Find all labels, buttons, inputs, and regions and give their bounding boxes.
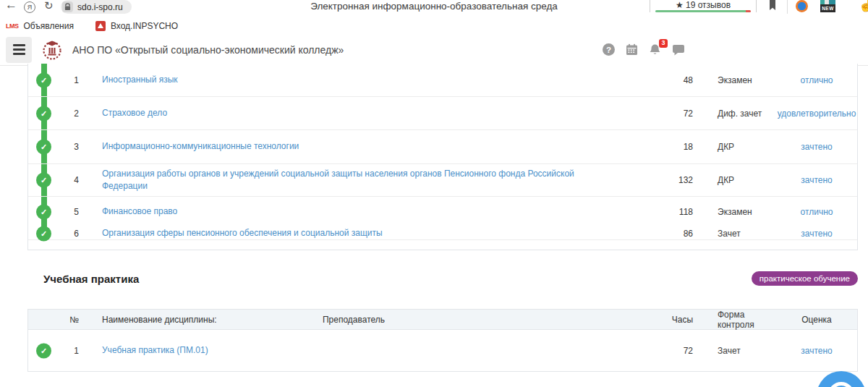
completed-check-icon: ✓ — [36, 140, 51, 155]
notifications-bell-icon[interactable]: 3 — [649, 43, 661, 56]
table-row: ✓ 1 Иностранный язык 48 Экзамен отлично — [28, 64, 857, 97]
table-row: ✓ 1 Учебная практика (ПМ.01) 72 Зачет за… — [28, 330, 857, 372]
url-text: sdo.i-spo.ru — [77, 2, 123, 12]
help-icon[interactable]: ? — [603, 43, 615, 56]
section-title: Учебная практика — [43, 273, 139, 285]
college-name: АНО ПО «Открытый социально-экономический… — [72, 44, 344, 56]
notification-count-badge: 3 — [659, 39, 668, 48]
reviews-rating-bar — [655, 10, 751, 12]
hours-value: 48 — [650, 75, 693, 85]
completed-check-icon: ✓ — [36, 72, 51, 88]
row-number: 6 — [57, 229, 79, 239]
refresh-icon[interactable]: ↻ — [44, 0, 54, 12]
control-form: Зачет — [693, 229, 776, 239]
chrome-separator — [787, 0, 788, 14]
discipline-link[interactable]: Страховое дело — [102, 107, 167, 119]
grade-link[interactable]: зачтено — [801, 142, 833, 152]
col-teacher: Преподаватель — [252, 315, 455, 325]
control-form: ДКР — [693, 142, 776, 152]
yandex-icon[interactable]: Я — [24, 1, 35, 13]
lms-favicon: LMS — [6, 22, 19, 30]
table-row: ✓ 6 Организация сферы пенсионного обеспе… — [28, 227, 857, 240]
address-bar[interactable]: sdo.i-spo.ru — [61, 0, 132, 14]
grade-link[interactable]: отлично — [801, 207, 833, 217]
browser-chrome: ← Я ↻ sdo.i-spo.ru Электронная информаци… — [0, 0, 868, 17]
site-reviews-button[interactable]: ★ 19 отзывов — [650, 0, 757, 12]
bookmark-announcements[interactable]: LMS Объявления — [6, 21, 74, 31]
app-header: АНО ПО «Открытый социально-экономический… — [0, 34, 868, 66]
chat-widget-button[interactable] — [817, 371, 866, 387]
hours-value: 132 — [650, 175, 693, 185]
grade-link[interactable]: отлично — [801, 75, 833, 85]
header-icons: ? 3 — [603, 34, 685, 65]
control-form: Зачет — [693, 346, 776, 356]
col-number: № — [57, 315, 79, 325]
new-badge: NEW — [820, 4, 835, 12]
hand-cursor-icon[interactable]: ☝ — [859, 0, 868, 12]
hours-value: 72 — [650, 346, 693, 356]
discipline-link[interactable]: Информационно-коммуникационные технологи… — [102, 140, 299, 153]
bookmark-label: Вход.INPSYCHO — [111, 21, 178, 31]
table-row: ✓ 4 Организация работы органов и учрежде… — [28, 164, 857, 197]
hours-value: 18 — [650, 142, 693, 152]
table-header-row: № Наименование дисциплины: Преподаватель… — [28, 310, 857, 330]
crest-favicon — [95, 21, 106, 31]
reviews-label: ★ 19 отзывов — [650, 0, 756, 10]
discipline-link[interactable]: Организация работы органов и учреждений … — [102, 168, 594, 193]
completed-check-icon: ✓ — [36, 226, 51, 241]
chat-bubble-icon — [828, 382, 854, 387]
hours-value: 118 — [650, 207, 693, 217]
bookmark-inpsycho-login[interactable]: Вход.INPSYCHO — [95, 21, 178, 31]
completed-check-icon: ✓ — [36, 106, 51, 121]
practice-table: № Наименование дисциплины: Преподаватель… — [27, 309, 858, 372]
grade-link[interactable]: зачтено — [801, 346, 833, 356]
col-hours: Часы — [650, 315, 693, 325]
bookmark-flag-icon[interactable] — [768, 0, 777, 14]
hours-value: 72 — [650, 109, 693, 119]
messages-icon[interactable] — [672, 44, 685, 56]
disciplines-table: ✓ 1 Иностранный язык 48 Экзамен отлично … — [27, 64, 858, 250]
menu-button[interactable] — [6, 37, 32, 63]
grade-link[interactable]: удовлетворительно — [778, 109, 856, 119]
discipline-link[interactable]: Финансовое право — [102, 205, 177, 218]
bookmarks-bar: LMS Объявления Вход.INPSYCHO — [0, 17, 868, 35]
table-row: ✓ 2 Страховое дело 72 Диф. зачет удовлет… — [28, 97, 857, 130]
control-form: Диф. зачет — [693, 109, 776, 119]
grade-link[interactable]: зачтено — [801, 175, 833, 185]
lock-icon — [62, 1, 73, 12]
row-number: 1 — [57, 75, 79, 85]
col-grade: Оценка — [776, 315, 857, 325]
table-row: ✓ 5 Финансовое право 118 Экзамен отлично — [28, 197, 857, 227]
completed-check-icon: ✓ — [36, 173, 51, 188]
hours-value: 86 — [650, 229, 693, 239]
control-form: Экзамен — [693, 75, 776, 85]
page: ← Я ↻ sdo.i-spo.ru Электронная информаци… — [0, 0, 868, 387]
discipline-link[interactable]: Организация сферы пенсионного обеспечени… — [102, 227, 383, 239]
completed-check-icon: ✓ — [36, 344, 51, 359]
grade-link[interactable]: зачтено — [801, 229, 833, 239]
row-number: 1 — [57, 346, 79, 356]
col-discipline: Наименование дисциплины: — [79, 315, 252, 325]
row-number: 3 — [57, 142, 79, 152]
col-control: Форма контроля — [693, 310, 776, 330]
row-number: 2 — [57, 109, 79, 119]
extension-new-icon[interactable]: NEW — [820, 0, 835, 12]
extension-icon[interactable] — [796, 0, 808, 12]
completed-check-icon: ✓ — [36, 205, 51, 220]
row-number: 5 — [57, 207, 79, 217]
control-form: ДКР — [693, 175, 776, 185]
back-icon[interactable]: ← — [5, 0, 17, 12]
college-logo[interactable] — [41, 38, 63, 61]
discipline-link[interactable]: Учебная практика (ПМ.01) — [102, 344, 208, 357]
calendar-icon[interactable] — [626, 43, 638, 56]
table-row: ✓ 3 Информационно-коммуникационные техно… — [28, 130, 857, 164]
bookmark-label: Объявления — [24, 21, 74, 31]
row-number: 4 — [57, 175, 79, 185]
discipline-link[interactable]: Иностранный язык — [102, 74, 178, 86]
practice-type-badge: практическое обучение — [752, 271, 858, 286]
practice-section-header: Учебная практика практическое обучение — [43, 268, 858, 289]
control-form: Экзамен — [693, 207, 776, 217]
